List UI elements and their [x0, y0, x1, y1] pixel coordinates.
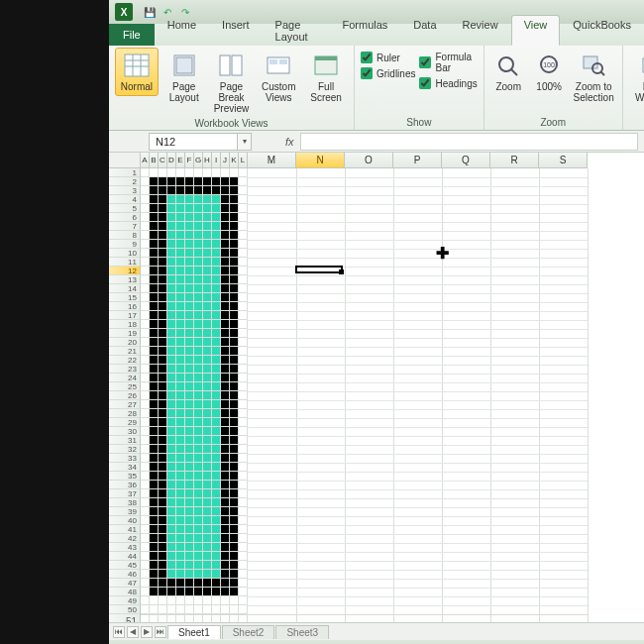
cell[interactable]	[194, 552, 203, 561]
cell[interactable]	[194, 284, 203, 293]
tab-home[interactable]: Home	[155, 15, 209, 46]
cell[interactable]	[141, 552, 150, 561]
cell[interactable]	[176, 329, 185, 338]
cell[interactable]	[230, 516, 239, 525]
cell[interactable]	[141, 311, 150, 320]
cell[interactable]	[150, 614, 159, 622]
cell[interactable]	[141, 382, 150, 391]
cell[interactable]	[167, 267, 176, 275]
cell[interactable]	[159, 436, 167, 445]
cell[interactable]	[176, 338, 185, 347]
cell[interactable]	[176, 561, 185, 570]
cell[interactable]	[221, 267, 230, 275]
cell[interactable]	[159, 534, 167, 543]
cell[interactable]	[150, 596, 159, 605]
cell[interactable]	[141, 489, 150, 498]
cell[interactable]	[141, 347, 150, 356]
cell[interactable]	[212, 507, 221, 516]
cell[interactable]	[185, 561, 194, 570]
cell[interactable]	[185, 347, 194, 356]
cell[interactable]	[141, 570, 150, 579]
cell[interactable]	[167, 195, 176, 204]
cell[interactable]	[239, 293, 248, 302]
cell[interactable]	[159, 213, 167, 222]
cell[interactable]	[239, 329, 248, 338]
cell[interactable]	[239, 302, 248, 311]
cell[interactable]	[141, 507, 150, 516]
cell[interactable]	[203, 374, 212, 382]
cell[interactable]	[185, 445, 194, 454]
cell[interactable]	[176, 418, 185, 427]
cell[interactable]	[185, 507, 194, 516]
cell[interactable]	[239, 543, 248, 552]
cell[interactable]	[230, 284, 239, 293]
cell[interactable]	[221, 338, 230, 347]
cell[interactable]	[230, 525, 239, 534]
formula-input[interactable]	[300, 133, 638, 151]
cell[interactable]	[230, 489, 239, 498]
cell[interactable]	[141, 177, 150, 186]
cell[interactable]	[167, 445, 176, 454]
cell[interactable]	[221, 382, 230, 391]
cell[interactable]	[194, 579, 203, 588]
cell[interactable]	[203, 463, 212, 472]
cell[interactable]	[203, 436, 212, 445]
cell[interactable]	[185, 614, 194, 622]
cell[interactable]	[176, 525, 185, 534]
cell[interactable]	[230, 231, 239, 240]
cell[interactable]	[239, 552, 248, 561]
page-layout-button[interactable]: Page Layout	[162, 48, 206, 107]
cell[interactable]	[150, 374, 159, 382]
cell[interactable]	[230, 249, 239, 258]
cell[interactable]	[203, 614, 212, 622]
cell[interactable]	[239, 534, 248, 543]
cell[interactable]	[176, 311, 185, 320]
cell[interactable]	[185, 489, 194, 498]
cell[interactable]	[212, 570, 221, 579]
cell[interactable]	[141, 240, 150, 249]
col-header[interactable]: O	[345, 153, 393, 168]
cell[interactable]	[141, 614, 150, 622]
cell[interactable]	[167, 302, 176, 311]
cell[interactable]	[176, 382, 185, 391]
select-all-corner[interactable]	[109, 153, 141, 168]
cell[interactable]	[194, 534, 203, 543]
cell[interactable]	[221, 365, 230, 374]
cell[interactable]	[176, 374, 185, 382]
cell[interactable]	[150, 177, 159, 186]
cell[interactable]	[194, 338, 203, 347]
cell[interactable]	[185, 605, 194, 614]
cell[interactable]	[176, 507, 185, 516]
cell[interactable]	[230, 329, 239, 338]
cell[interactable]	[159, 418, 167, 427]
cell[interactable]	[239, 338, 248, 347]
cell[interactable]	[141, 481, 150, 489]
cell[interactable]	[185, 588, 194, 596]
cell[interactable]	[194, 347, 203, 356]
cell[interactable]	[194, 365, 203, 374]
cell[interactable]	[150, 570, 159, 579]
cell[interactable]	[239, 588, 248, 596]
cell[interactable]	[212, 231, 221, 240]
cell[interactable]	[167, 516, 176, 525]
cell[interactable]	[230, 213, 239, 222]
cell[interactable]	[221, 463, 230, 472]
cell[interactable]	[230, 195, 239, 204]
cell[interactable]	[159, 177, 167, 186]
cell[interactable]	[141, 561, 150, 570]
cell[interactable]	[150, 543, 159, 552]
cell[interactable]	[221, 588, 230, 596]
cell[interactable]	[150, 382, 159, 391]
cell[interactable]	[159, 463, 167, 472]
cell[interactable]	[185, 320, 194, 329]
cell[interactable]	[194, 329, 203, 338]
cell[interactable]	[230, 267, 239, 275]
cell[interactable]	[203, 222, 212, 231]
cell[interactable]	[203, 588, 212, 596]
cell[interactable]	[203, 400, 212, 409]
cell[interactable]	[203, 481, 212, 489]
cell[interactable]	[221, 400, 230, 409]
page-break-button[interactable]: Page Break Preview	[210, 48, 254, 118]
cell[interactable]	[185, 463, 194, 472]
cell[interactable]	[212, 195, 221, 204]
